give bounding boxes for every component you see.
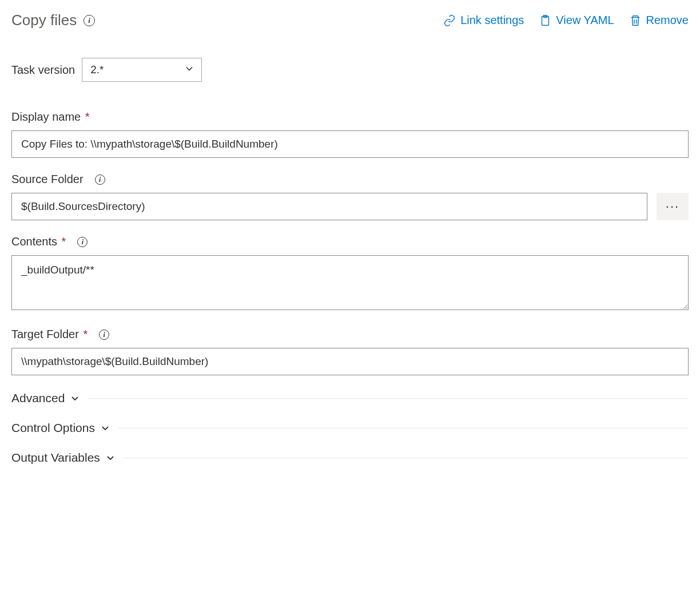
- link-icon: [443, 14, 456, 27]
- advanced-section[interactable]: Advanced: [11, 391, 689, 405]
- contents-field: Contents * i: [11, 235, 689, 313]
- info-icon[interactable]: i: [83, 15, 95, 26]
- control-options-section[interactable]: Control Options: [11, 421, 689, 435]
- link-settings-label: Link settings: [460, 14, 524, 27]
- task-version-row: Task version 2.*: [11, 58, 689, 82]
- chevron-down-icon: [106, 453, 115, 462]
- chevron-down-icon: [101, 423, 110, 433]
- task-title-group: Copy files i: [11, 11, 95, 29]
- task-header: Copy files i Link settings View YAML: [11, 11, 689, 29]
- trash-icon: [629, 14, 642, 27]
- divider: [118, 428, 689, 429]
- divider: [88, 398, 689, 399]
- task-version-value: 2.*: [90, 64, 104, 76]
- view-yaml-button[interactable]: View YAML: [539, 14, 614, 27]
- required-asterisk: *: [58, 235, 66, 248]
- view-yaml-label: View YAML: [556, 14, 614, 27]
- task-title: Copy files: [11, 11, 77, 29]
- clipboard-icon: [539, 14, 551, 27]
- info-icon[interactable]: i: [77, 237, 88, 247]
- divider: [123, 458, 689, 458]
- target-folder-field: Target Folder * i: [11, 328, 689, 375]
- display-name-input[interactable]: [11, 130, 689, 158]
- source-folder-label: Source Folder: [11, 173, 83, 186]
- target-folder-input[interactable]: [11, 348, 689, 375]
- task-version-select[interactable]: 2.*: [82, 58, 202, 82]
- display-name-label: Display name *: [11, 110, 90, 124]
- contents-input[interactable]: [11, 255, 689, 310]
- info-icon[interactable]: i: [95, 174, 105, 185]
- browse-button[interactable]: ···: [657, 193, 689, 220]
- link-settings-button[interactable]: Link settings: [443, 14, 524, 27]
- header-actions: Link settings View YAML Remove: [443, 14, 689, 27]
- advanced-label: Advanced: [11, 391, 65, 405]
- display-name-field: Display name *: [11, 110, 689, 158]
- info-icon[interactable]: i: [99, 330, 109, 340]
- output-variables-section[interactable]: Output Variables: [11, 451, 689, 465]
- required-asterisk: *: [80, 328, 88, 340]
- task-version-label: Task version: [11, 64, 75, 77]
- source-folder-field: Source Folder i ···: [11, 173, 689, 220]
- required-asterisk: *: [82, 110, 89, 123]
- control-options-label: Control Options: [11, 421, 95, 435]
- remove-button[interactable]: Remove: [629, 14, 689, 27]
- remove-label: Remove: [646, 14, 689, 27]
- contents-label: Contents *: [11, 235, 66, 248]
- output-variables-label: Output Variables: [11, 451, 100, 465]
- ellipsis-icon: ···: [666, 199, 679, 214]
- target-folder-label: Target Folder *: [11, 328, 88, 341]
- source-folder-input[interactable]: [11, 193, 647, 220]
- chevron-down-icon: [70, 394, 79, 403]
